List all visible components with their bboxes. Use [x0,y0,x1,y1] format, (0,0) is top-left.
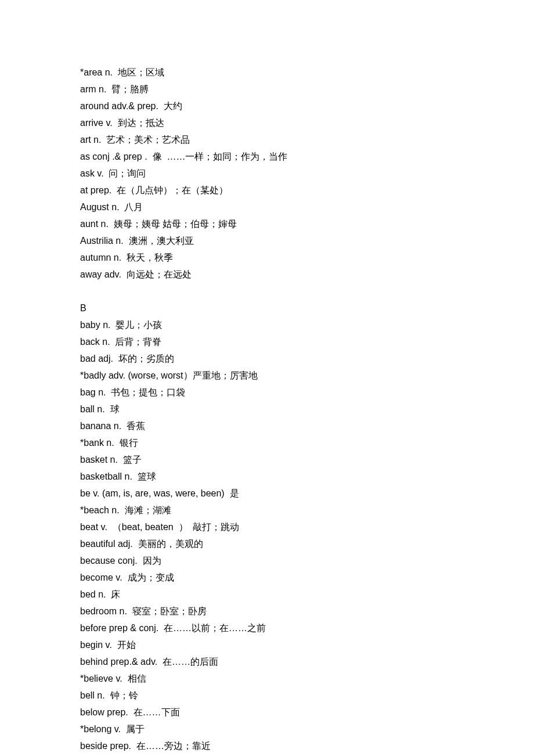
vocabulary-entry: aunt n. 姨母；姨母 姑母；伯母；婶母 [80,215,452,232]
vocabulary-entry: *bank n. 银行 [80,434,452,451]
vocabulary-entry: begin v. 开始 [80,636,452,653]
vocabulary-entry: arm n. 臂；胳膊 [80,81,452,98]
vocabulary-list-b: baby n. 婴儿；小孩back n. 后背；背脊bad adj. 坏的；劣质… [80,316,452,756]
vocabulary-entry: bed n. 床 [80,586,452,603]
vocabulary-entry: around adv.& prep. 大约 [80,98,452,114]
section-gap [80,283,452,300]
vocabulary-entry: beautiful adj. 美丽的，美观的 [80,535,452,552]
vocabulary-entry: *area n. 地区；区域 [80,64,452,81]
vocabulary-entry: ball n. 球 [80,401,452,417]
vocabulary-entry: baby n. 婴儿；小孩 [80,316,452,333]
vocabulary-entry: ask v. 问；询问 [80,165,452,182]
vocabulary-entry: *believe v. 相信 [80,670,452,687]
vocabulary-entry: bad adj. 坏的；劣质的 [80,350,452,367]
vocabulary-entry: away adv. 向远处；在远处 [80,266,452,283]
vocabulary-entry: as conj .& prep . 像 ……一样；如同；作为，当作 [80,148,452,165]
vocabulary-entry: behind prep.& adv. 在……的后面 [80,653,452,670]
vocabulary-entry: before prep & conj. 在……以前；在……之前 [80,620,452,636]
vocabulary-entry: beside prep. 在……旁边；靠近 [80,737,452,754]
vocabulary-entry: at prep. 在（几点钟）；在（某处） [80,182,452,199]
vocabulary-list-a: *area n. 地区；区域arm n. 臂；胳膊around adv.& pr… [80,64,452,283]
vocabulary-entry: August n. 八月 [80,199,452,215]
vocabulary-entry: banana n. 香蕉 [80,417,452,434]
document-page: *area n. 地区；区域arm n. 臂；胳膊around adv.& pr… [0,0,452,756]
vocabulary-entry: *belong v. 属于 [80,721,452,737]
vocabulary-entry: be v. (am, is, are, was, were, been) 是 [80,485,452,502]
vocabulary-entry: arrive v. 到达；抵达 [80,114,452,131]
section-header-b: B [80,300,452,316]
vocabulary-entry: back n. 后背；背脊 [80,333,452,350]
vocabulary-entry: basketball n. 篮球 [80,468,452,485]
vocabulary-entry: below prep. 在……下面 [80,704,452,721]
vocabulary-entry: art n. 艺术；美术；艺术品 [80,131,452,148]
vocabulary-entry: because conj. 因为 [80,552,452,569]
vocabulary-entry: autumn n. 秋天，秋季 [80,249,452,266]
vocabulary-entry: become v. 成为；变成 [80,569,452,586]
vocabulary-entry: bell n. 钟；铃 [80,687,452,704]
vocabulary-entry: bedroom n. 寝室；卧室；卧房 [80,603,452,620]
vocabulary-entry: Austrilia n. 澳洲，澳大利亚 [80,232,452,249]
vocabulary-entry: beat v. （beat, beaten ） 敲打；跳动 [80,519,452,535]
vocabulary-entry: basket n. 篮子 [80,451,452,468]
vocabulary-entry: *badly adv. (worse, worst）严重地；厉害地 [80,367,452,384]
vocabulary-entry: *beach n. 海滩；湖滩 [80,502,452,519]
vocabulary-entry: bag n. 书包；提包；口袋 [80,384,452,401]
